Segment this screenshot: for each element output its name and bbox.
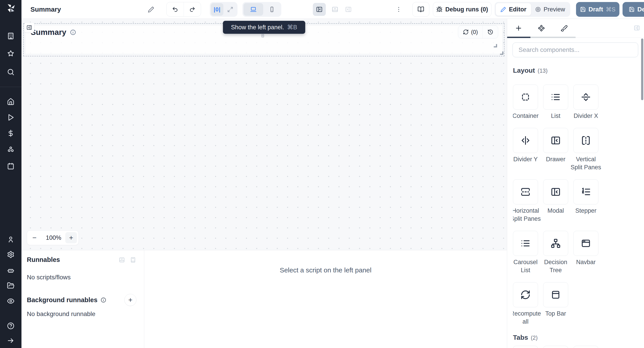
canvas-summary-title: Summary — [31, 28, 76, 37]
components-panel: Layout (13) Container List Divider X — [507, 19, 644, 348]
dock-panel-icon[interactable] — [118, 256, 125, 263]
app-title: Summary — [30, 0, 61, 19]
tooltip-text: Show the left panel. — [231, 24, 284, 31]
save-icon — [580, 6, 586, 12]
debug-runs-button[interactable]: Debug runs (0) — [433, 2, 492, 17]
tab-styling[interactable] — [553, 19, 576, 38]
info-icon[interactable] — [70, 29, 76, 35]
debug-runs-label: Debug runs — [445, 6, 479, 13]
more-options-menu-icon[interactable] — [395, 6, 402, 13]
component-decision-tree[interactable]: Decision Tree — [543, 231, 568, 274]
component-card-partial[interactable] — [513, 346, 538, 348]
component-outline-toggle[interactable]: |0| — [211, 3, 224, 16]
component-recompute-all[interactable]: Recompute all — [513, 282, 538, 326]
docs-book-button[interactable] — [412, 2, 429, 17]
tab-editor[interactable]: Editor — [496, 3, 531, 16]
component-divider-x[interactable]: Divider X — [573, 84, 598, 120]
sidebar-divider — [0, 87, 22, 87]
component-top-bar[interactable]: Top Bar — [543, 282, 568, 326]
vertical-split-icon — [581, 135, 591, 146]
editor-topbar: Summary |0| — [22, 0, 644, 19]
component-drawer[interactable]: Drawer — [543, 128, 568, 171]
folders-icon[interactable] — [7, 282, 14, 290]
open-left-panel-button[interactable] — [24, 22, 34, 33]
app-canvas[interactable]: Summary (0) Show the left panel. ⌘B − — [22, 19, 507, 250]
workers-robot-icon[interactable] — [7, 266, 14, 274]
component-container[interactable]: Container — [513, 84, 538, 120]
component-modal[interactable]: Modal — [543, 179, 568, 223]
preview-target-icon — [535, 6, 541, 12]
collapse-arrow-right-icon[interactable] — [7, 337, 14, 344]
component-divider-y[interactable]: Divider Y — [513, 128, 538, 171]
zoom-out-button[interactable]: − — [27, 230, 42, 245]
component-list[interactable]: List — [543, 84, 568, 120]
runnables-section: Runnables No scripts/flows Background ru… — [22, 250, 144, 348]
draft-label: Draft — [588, 6, 603, 13]
deploy-button[interactable]: Deploy — [622, 2, 644, 17]
component-drag-handle[interactable] — [260, 33, 265, 38]
info-icon[interactable] — [100, 297, 106, 303]
workspace-building-icon[interactable] — [7, 32, 14, 40]
toggle-left-panel-button[interactable] — [313, 3, 326, 16]
carousel-list-icon — [520, 238, 531, 248]
save-icon — [629, 6, 634, 12]
layout-section-heading: Layout (13) — [513, 67, 638, 75]
undo-button[interactable] — [166, 2, 184, 16]
refresh-button[interactable]: (0) — [458, 26, 482, 38]
favorites-star-icon[interactable] — [7, 50, 14, 57]
settings-gear-icon[interactable] — [7, 251, 14, 258]
resources-cubes-icon[interactable] — [7, 146, 14, 154]
help-question-icon[interactable] — [7, 322, 14, 330]
search-icon[interactable] — [7, 68, 14, 76]
fullscreen-toggle[interactable] — [224, 3, 236, 16]
variables-dollar-icon[interactable] — [7, 130, 14, 137]
list-view-icon[interactable] — [130, 256, 136, 263]
panel-right-open-icon — [26, 24, 32, 30]
schedules-calendar-icon[interactable] — [7, 162, 14, 170]
resize-handle[interactable] — [494, 44, 497, 48]
component-stepper[interactable]: Stepper — [573, 179, 598, 223]
component-card-partial[interactable] — [573, 346, 598, 348]
user-icon[interactable] — [7, 236, 14, 243]
runnables-title: Runnables — [27, 256, 60, 264]
home-icon[interactable] — [7, 98, 14, 106]
mobile-view-toggle[interactable] — [264, 3, 280, 16]
draft-save-button[interactable]: Draft ⌘S — [576, 2, 620, 17]
deploy-label: Deploy — [637, 6, 644, 13]
history-button[interactable] — [483, 26, 498, 38]
zoom-control: − 100% + — [27, 230, 79, 245]
zoom-in-button[interactable]: + — [65, 232, 77, 243]
tabs-section-heading: Tabs (2) — [513, 334, 638, 342]
resize-handle[interactable] — [500, 52, 503, 55]
windmill-logo-icon[interactable] — [5, 3, 16, 14]
draft-shortcut: ⌘S — [606, 6, 616, 13]
search-components-input[interactable] — [512, 42, 638, 57]
audit-eye-icon[interactable] — [7, 297, 14, 305]
tab-preview[interactable]: Preview — [531, 3, 569, 16]
device-toggle-group — [242, 2, 281, 17]
background-runnables-empty-text: No background runnable — [27, 310, 136, 318]
stepper-icon — [581, 187, 591, 197]
preview-label: Preview — [544, 6, 565, 13]
component-carousel-list[interactable]: Carousel List — [513, 231, 538, 274]
refresh-history-group: (0) — [458, 26, 498, 38]
desktop-view-toggle[interactable] — [244, 3, 263, 16]
add-background-runnable-button[interactable]: + — [124, 294, 136, 306]
component-horizontal-split-panes[interactable]: Horizontal Split Panes — [513, 179, 538, 223]
panel-scrollbar[interactable] — [641, 38, 643, 100]
tab-insert-component[interactable] — [507, 19, 530, 38]
bottom-panel: Runnables No scripts/flows Background ru… — [22, 250, 507, 348]
redo-button[interactable] — [184, 2, 201, 16]
tooltip-shortcut: ⌘B — [287, 24, 297, 31]
component-navbar[interactable]: Navbar — [573, 231, 598, 274]
tab-component-settings[interactable] — [530, 19, 553, 38]
collapse-right-panel-icon[interactable] — [634, 25, 640, 31]
component-card-partial[interactable] — [543, 346, 568, 348]
toggle-bottom-panel-button[interactable] — [328, 3, 342, 16]
runs-play-icon[interactable] — [7, 114, 14, 121]
component-vertical-split-panes[interactable]: Vertical Split Panes — [573, 128, 598, 171]
debug-runs-count: (0) — [481, 6, 488, 13]
toggle-right-panel-button[interactable] — [342, 3, 355, 16]
edit-title-pencil-icon[interactable] — [148, 6, 154, 13]
zoom-level: 100% — [42, 234, 65, 241]
